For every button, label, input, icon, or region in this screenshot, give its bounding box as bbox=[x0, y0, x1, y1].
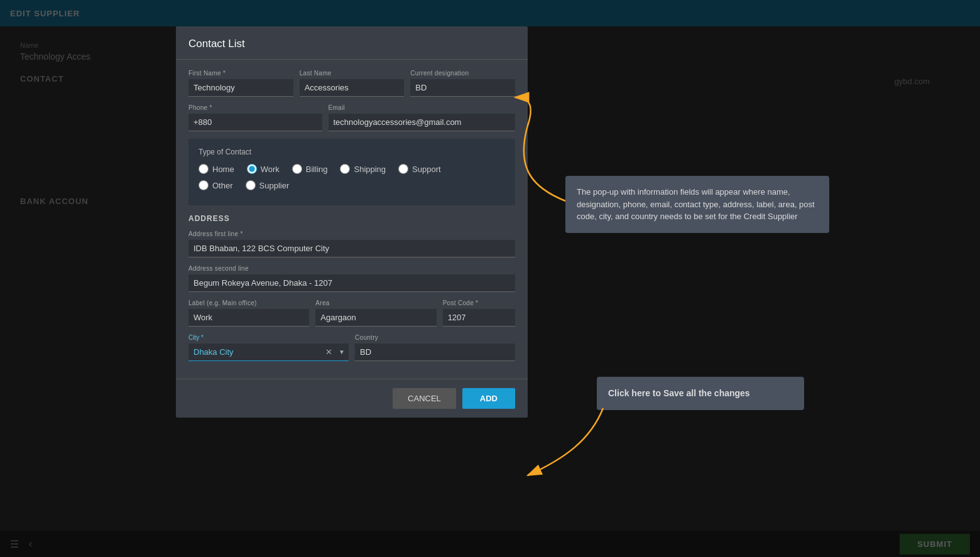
modal-title: Contact List bbox=[188, 38, 515, 50]
radio-work[interactable]: Work bbox=[247, 164, 280, 174]
modal-header: Contact List bbox=[176, 26, 528, 60]
name-row: First Name * Last Name Current designati… bbox=[188, 70, 515, 97]
last-name-group: Last Name bbox=[300, 70, 405, 97]
radio-shipping[interactable]: Shipping bbox=[340, 164, 386, 174]
modal-body: First Name * Last Name Current designati… bbox=[176, 60, 528, 379]
country-group: Country bbox=[355, 334, 515, 361]
phone-label: Phone * bbox=[188, 104, 322, 111]
address-line1-group: Address first line * bbox=[188, 230, 515, 257]
city-input-wrapper: ✕ ▼ bbox=[188, 343, 349, 361]
phone-input[interactable] bbox=[188, 114, 322, 131]
country-label: Country bbox=[355, 334, 515, 341]
city-dropdown-icon[interactable]: ▼ bbox=[335, 349, 349, 355]
country-input[interactable] bbox=[355, 343, 515, 361]
label-field-label: Label (e.g. Main office) bbox=[188, 300, 309, 306]
first-name-input[interactable] bbox=[188, 79, 293, 97]
modal-footer: CANCEL ADD bbox=[176, 379, 528, 418]
radio-row-2: Other Supplier bbox=[199, 180, 505, 190]
save-tooltip: Click here to Save all the changes bbox=[597, 377, 804, 410]
add-button[interactable]: ADD bbox=[462, 388, 515, 409]
email-input[interactable] bbox=[329, 114, 516, 131]
label-input[interactable] bbox=[188, 309, 309, 327]
postcode-group: Post Code * bbox=[443, 300, 515, 327]
postcode-input[interactable] bbox=[443, 309, 515, 327]
designation-input[interactable] bbox=[410, 79, 515, 97]
label-group: Label (e.g. Main office) bbox=[188, 300, 309, 327]
phone-group: Phone * bbox=[188, 104, 322, 131]
address-line2-input[interactable] bbox=[188, 274, 515, 292]
address-line2-label: Address second line bbox=[188, 265, 515, 272]
address-line1-row: Address first line * bbox=[188, 230, 515, 257]
first-name-label: First Name * bbox=[188, 70, 293, 77]
city-country-row: City * ✕ ▼ Country bbox=[188, 334, 515, 361]
contact-type-title: Type of Contact bbox=[199, 148, 505, 156]
info-tooltip: The pop-up with information fields will … bbox=[565, 176, 829, 233]
radio-support[interactable]: Support bbox=[398, 164, 441, 174]
designation-group: Current designation bbox=[410, 70, 515, 97]
radio-row-1: Home Work Billing Shipping Support bbox=[199, 164, 505, 174]
address-line2-row: Address second line bbox=[188, 265, 515, 292]
address-line2-group: Address second line bbox=[188, 265, 515, 292]
city-label: City * bbox=[188, 334, 349, 341]
cancel-button[interactable]: CANCEL bbox=[393, 388, 456, 409]
address-line1-label: Address first line * bbox=[188, 230, 515, 237]
contact-list-modal: Contact List First Name * Last Name Curr… bbox=[176, 26, 528, 418]
last-name-input[interactable] bbox=[300, 79, 405, 97]
radio-supplier[interactable]: Supplier bbox=[246, 180, 290, 190]
label-area-postcode-row: Label (e.g. Main office) Area Post Code … bbox=[188, 300, 515, 327]
area-input[interactable] bbox=[315, 309, 436, 327]
first-name-group: First Name * bbox=[188, 70, 293, 97]
contact-type-section: Type of Contact Home Work Billing Shippi… bbox=[188, 139, 515, 205]
radio-other[interactable]: Other bbox=[199, 180, 233, 190]
area-group: Area bbox=[315, 300, 436, 327]
radio-billing[interactable]: Billing bbox=[292, 164, 328, 174]
city-input[interactable] bbox=[188, 343, 323, 360]
area-label: Area bbox=[315, 300, 436, 306]
radio-home[interactable]: Home bbox=[199, 164, 234, 174]
address-section-title: ADDRESS bbox=[188, 214, 515, 223]
email-group: Email bbox=[329, 104, 516, 131]
postcode-label: Post Code * bbox=[443, 300, 515, 306]
address-line1-input[interactable] bbox=[188, 240, 515, 257]
designation-label: Current designation bbox=[410, 70, 515, 77]
email-label: Email bbox=[329, 104, 516, 111]
last-name-label: Last Name bbox=[300, 70, 405, 77]
city-group: City * ✕ ▼ bbox=[188, 334, 349, 361]
city-clear-icon[interactable]: ✕ bbox=[323, 347, 335, 357]
phone-email-row: Phone * Email bbox=[188, 104, 515, 131]
